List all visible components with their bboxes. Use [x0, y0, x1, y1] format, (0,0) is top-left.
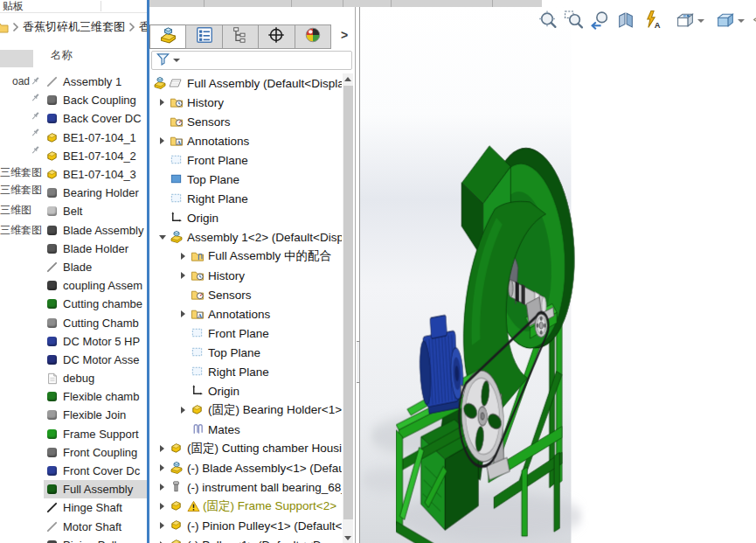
expand-arrow[interactable]: [155, 235, 170, 240]
zoom-to-fit-button[interactable]: [535, 10, 558, 32]
display-style-button[interactable]: [713, 10, 737, 32]
file-row[interactable]: Cutting chambe: [44, 295, 149, 313]
nav-item[interactable]: 三维套图: [0, 181, 43, 198]
tree-item[interactable]: Origin: [151, 208, 342, 227]
tree-item[interactable]: History: [151, 266, 342, 285]
breadcrumb-item[interactable]: 香蕉切碎机三维套图: [23, 19, 125, 35]
expand-arrow[interactable]: [176, 253, 191, 260]
file-row[interactable]: Cutting Chamb: [44, 313, 149, 331]
file-row[interactable]: Back Cover DC: [44, 109, 149, 128]
file-row[interactable]: Flexible Join: [44, 406, 149, 424]
file-row[interactable]: BE1-07-104_1: [44, 129, 149, 147]
graphics-viewport[interactable]: A: [359, 7, 756, 543]
tree-item[interactable]: Sensors: [151, 285, 342, 304]
tree-item[interactable]: Front Plane: [151, 324, 342, 343]
tab-overflow-arrow[interactable]: >: [341, 28, 348, 42]
section-view-button[interactable]: [614, 10, 637, 32]
file-row[interactable]: DC Motor Asse: [44, 351, 149, 369]
panel-tab-displaymanager[interactable]: [295, 24, 331, 49]
tree-item[interactable]: Right Plane: [151, 189, 342, 208]
expand-arrow[interactable]: [176, 272, 191, 279]
tree-scrollbar[interactable]: [343, 73, 353, 543]
file-row[interactable]: Bearing Holder: [44, 184, 149, 202]
tree-filter-box[interactable]: [151, 51, 352, 70]
expand-arrow[interactable]: [155, 445, 170, 452]
tree-item[interactable]: Origin: [151, 381, 342, 400]
column-header-name[interactable]: 名称: [51, 48, 73, 63]
file-row[interactable]: Blade: [44, 258, 149, 276]
tree-item[interactable]: History: [151, 93, 342, 112]
plane-icon: [170, 153, 184, 167]
tree-item[interactable]: Front Plane: [151, 150, 342, 170]
scrollbar-up-arrow[interactable]: [343, 73, 353, 85]
scrollbar-thumb[interactable]: [343, 86, 353, 519]
expand-arrow[interactable]: [176, 407, 191, 414]
file-row[interactable]: Full Assembly: [44, 480, 149, 498]
file-row[interactable]: BE1-07-104_2: [44, 147, 149, 165]
nav-item[interactable]: 三维套图: [0, 221, 43, 239]
tree-item[interactable]: (固定) Bearing Holder<1>: [151, 400, 342, 420]
expand-arrow[interactable]: [155, 99, 170, 106]
file-row[interactable]: BE1-07-104_3: [44, 165, 149, 184]
previous-view-button[interactable]: [587, 10, 611, 32]
file-row[interactable]: Assembly 1: [44, 73, 149, 91]
file-row[interactable]: DC Motor 5 HP: [44, 332, 149, 351]
expand-arrow[interactable]: [155, 522, 170, 529]
tree-item[interactable]: AAnnotations: [151, 304, 342, 324]
file-row[interactable]: Pinion Pulley: [44, 536, 149, 543]
zoom-to-area-button[interactable]: [561, 10, 585, 32]
tree-item[interactable]: Assembly 1<2> (Default<Disp: [151, 227, 342, 247]
chevron-down-icon[interactable]: [173, 59, 180, 62]
file-row[interactable]: Motor Shaft: [44, 518, 149, 536]
expand-arrow[interactable]: [155, 503, 170, 510]
tree-item[interactable]: (-) Pulley<1> (Default<<De: [151, 535, 342, 543]
nav-item[interactable]: 三维图: [0, 201, 43, 219]
file-row[interactable]: Front Cover Dc: [44, 462, 149, 480]
scrollbar-down-arrow[interactable]: [343, 533, 353, 543]
file-row[interactable]: coupling Assem: [44, 276, 149, 295]
expand-arrow[interactable]: [155, 484, 170, 491]
expand-arrow[interactable]: [176, 310, 191, 317]
nav-item[interactable]: [0, 89, 43, 107]
panel-tab-dimxpertmanager[interactable]: [258, 24, 295, 49]
view-orientation-button[interactable]: [673, 10, 697, 32]
nav-item[interactable]: [0, 50, 33, 67]
tree-item[interactable]: (-) instrument ball bearing_68_: [151, 477, 342, 497]
file-row[interactable]: debug: [44, 369, 149, 387]
tree-item[interactable]: Sensors: [151, 112, 342, 131]
file-row[interactable]: Back Coupling: [44, 91, 149, 109]
tree-item[interactable]: (-) Blade Assembly<1> (Defau: [151, 458, 342, 477]
file-row[interactable]: Blade Holder: [44, 240, 149, 258]
nav-item[interactable]: oad: [0, 73, 43, 90]
nav-item[interactable]: [0, 142, 43, 159]
tree-item[interactable]: Mates: [151, 420, 342, 439]
tree-item[interactable]: (固定) Frame Support<2>: [151, 497, 342, 516]
tree-item[interactable]: Top Plane: [151, 170, 342, 189]
panel-tab-featuremanager[interactable]: [149, 24, 186, 49]
file-row[interactable]: Hinge Shaft: [44, 498, 149, 517]
annotations-visibility-button[interactable]: A: [640, 10, 663, 32]
file-row[interactable]: Flexible chamb: [44, 387, 149, 406]
tree-item[interactable]: Full Assembly 中的配合: [151, 247, 342, 266]
hide-show-items-button[interactable]: [750, 10, 756, 32]
file-row[interactable]: Belt: [44, 202, 149, 220]
nav-item[interactable]: [0, 108, 43, 125]
tree-item[interactable]: Top Plane: [151, 343, 342, 362]
panel-tab-configurationmanager[interactable]: [222, 24, 259, 49]
expand-arrow[interactable]: [155, 464, 170, 471]
tree-item[interactable]: (-) Pinion Pulley<1> (Default<: [151, 516, 342, 535]
file-row[interactable]: Frame Support: [44, 425, 149, 443]
file-row[interactable]: Blade Assembly: [44, 221, 149, 240]
nav-item[interactable]: 三维套图: [0, 164, 43, 181]
dropdown-caret-icon[interactable]: [737, 19, 746, 23]
expand-arrow[interactable]: [155, 137, 170, 144]
panel-tab-propertymanager[interactable]: [185, 24, 222, 49]
3d-model-banana-chopper[interactable]: [360, 7, 756, 543]
tree-item[interactable]: Full Assembly (Default<Displa: [151, 73, 342, 93]
nav-item[interactable]: [0, 124, 43, 142]
dropdown-caret-icon[interactable]: [697, 19, 705, 23]
tree-item[interactable]: Right Plane: [151, 362, 342, 381]
file-row[interactable]: Front Coupling: [44, 443, 149, 462]
tree-item[interactable]: (固定) Cutting chamber Housin: [151, 439, 342, 458]
tree-item[interactable]: AAnnotations: [151, 131, 342, 150]
